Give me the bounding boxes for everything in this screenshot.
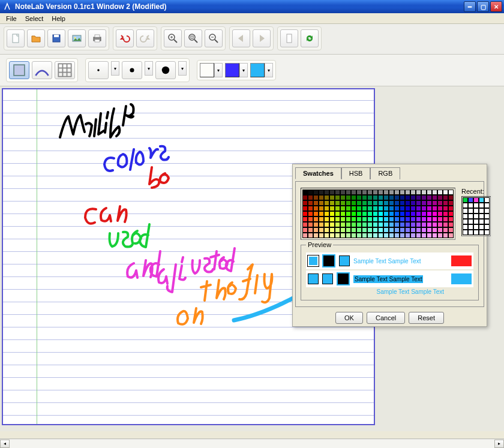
refresh-button[interactable] (301, 29, 319, 47)
image-button[interactable] (68, 29, 86, 47)
redo-button[interactable] (136, 29, 154, 47)
scroll-right-button[interactable]: ▸ (494, 440, 504, 448)
preview-swatch-cyan (451, 273, 472, 284)
stroke-medium[interactable] (122, 61, 142, 79)
zoom-out-button[interactable] (205, 29, 223, 47)
svg-point-25 (97, 69, 100, 71)
recent-grid[interactable] (461, 196, 491, 236)
grid-tool[interactable] (55, 61, 75, 79)
cancel-button[interactable]: Cancel (367, 312, 405, 324)
svg-point-12 (189, 34, 195, 40)
menu-select[interactable]: Select (22, 14, 47, 23)
preview-text-3: Sample Text Sample Text (377, 288, 444, 295)
svg-rect-14 (191, 36, 193, 38)
zoom-in-button[interactable] (164, 29, 182, 47)
stroke-thick[interactable] (155, 61, 176, 79)
tab-swatches[interactable]: Swatches (295, 167, 341, 179)
preview-text-2: Sample Text Sample Text (353, 275, 423, 283)
svg-line-9 (174, 40, 177, 43)
color-3-swatch[interactable] (250, 63, 265, 77)
menu-file[interactable]: File (2, 14, 20, 23)
window-title: NoteLab Version 0.1rc1 Window 2 (Modifie… (15, 2, 464, 11)
new-button[interactable] (7, 29, 25, 47)
svg-rect-19 (14, 65, 25, 76)
stroke-fine[interactable] (88, 61, 109, 79)
color-chooser-panel: Swatches HSB RGB Recent: Preview (292, 164, 487, 327)
page-button[interactable] (280, 29, 298, 47)
open-button[interactable] (27, 29, 45, 47)
svg-point-26 (130, 68, 134, 72)
color-2-swatch[interactable] (225, 63, 239, 77)
svg-rect-2 (54, 35, 59, 37)
menu-help[interactable]: Help (48, 14, 69, 23)
reset-button[interactable]: Reset (409, 312, 444, 324)
print-button[interactable] (88, 29, 106, 47)
color-1-dropdown[interactable]: ▾ (214, 63, 223, 77)
nav-next-button[interactable] (253, 29, 271, 47)
ok-button[interactable]: OK (335, 312, 363, 324)
color-1-swatch[interactable] (200, 63, 214, 77)
preview-swatch-red (451, 255, 472, 266)
preview-label: Preview (306, 241, 333, 248)
menu-bar: File Select Help (0, 13, 504, 24)
undo-button[interactable] (116, 29, 134, 47)
title-bar: NoteLab Version 0.1rc1 Window 2 (Modifie… (0, 0, 504, 13)
tab-rgb[interactable]: RGB (370, 167, 400, 179)
app-icon (4, 2, 12, 11)
svg-rect-18 (287, 34, 292, 43)
maximize-button[interactable]: ▢ (477, 1, 489, 12)
color-2-dropdown[interactable]: ▾ (239, 63, 248, 77)
color-3-dropdown[interactable]: ▾ (265, 63, 273, 77)
nav-prev-button[interactable] (232, 29, 250, 47)
svg-rect-6 (95, 35, 100, 37)
close-button[interactable]: ✕ (490, 1, 502, 12)
toolbar-main (0, 24, 504, 55)
stroke-medium-dropdown[interactable]: ▾ (145, 61, 153, 76)
scroll-track[interactable] (10, 440, 494, 448)
preview-text-1: Sample Text Sample Text (353, 258, 421, 264)
svg-rect-0 (13, 34, 19, 43)
toolbar-tools: ▾ ▾ ▾ ▾ ▾ ▾ (0, 55, 504, 86)
svg-point-27 (162, 67, 169, 74)
svg-line-16 (215, 40, 218, 43)
pen-tool[interactable] (32, 61, 52, 79)
zoom-fit-button[interactable] (184, 29, 202, 47)
minimize-button[interactable]: ━ (464, 1, 476, 12)
scroll-left-button[interactable]: ◂ (0, 440, 10, 448)
select-tool[interactable] (9, 61, 29, 79)
svg-rect-7 (95, 40, 100, 42)
recent-label: Recent: (461, 188, 491, 195)
stroke-fine-dropdown[interactable]: ▾ (111, 61, 119, 76)
save-button[interactable] (47, 29, 65, 47)
workspace: Swatches HSB RGB Recent: Preview (0, 86, 504, 431)
tab-hsb[interactable]: HSB (341, 167, 371, 179)
stroke-thick-dropdown[interactable]: ▾ (178, 61, 187, 76)
swatch-grid[interactable] (301, 188, 455, 240)
svg-line-13 (194, 40, 197, 43)
horizontal-scrollbar[interactable]: ◂ ▸ (0, 438, 504, 448)
svg-rect-20 (58, 64, 71, 76)
